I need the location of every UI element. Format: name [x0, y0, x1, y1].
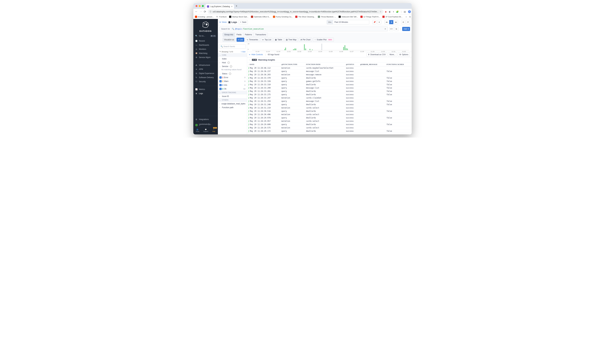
watchdog-insights[interactable]: › 🔭0 Watchdog Insights: [247, 57, 412, 63]
chart-bar[interactable]: [305, 49, 306, 50]
sidebar-item-digital-experience[interactable]: ⧉Digital Experience: [193, 71, 218, 76]
chart-bar[interactable]: [293, 49, 294, 50]
table-row[interactable]: May 29 11:26:31.219mutationcards:selects…: [247, 106, 412, 110]
goto-cmd[interactable]: 🔍 Go to... ⌘ + K: [193, 34, 218, 38]
status-info[interactable]: ✓Info0: [218, 83, 247, 87]
chart-cursor[interactable]: [321, 44, 322, 50]
code-view-button[interactable]: </>: [389, 27, 393, 31]
table-row[interactable]: May 29 11:26:33.275querydealCardssuccess…: [247, 93, 412, 96]
group-tab[interactable]: Patterns: [243, 33, 254, 37]
more-button[interactable]: More...: [388, 52, 397, 57]
add-button[interactable]: Add ▾: [402, 27, 410, 31]
bookmark-item[interactable]: Funny Greeting Ca...: [273, 16, 293, 18]
close-window-icon[interactable]: [196, 5, 197, 7]
viz-table[interactable]: ▦Table: [274, 38, 283, 42]
table-row[interactable]: May 29 11:26:31.259querymessage:listsucc…: [247, 100, 412, 103]
tabs-overview-icon[interactable]: ▤: [404, 11, 406, 13]
viz-pie-chart[interactable]: ◔Pie Chart: [299, 38, 312, 42]
chart-bar[interactable]: [344, 45, 345, 50]
viz-scatter-plot[interactable]: ⁘Scatter PlotNEW: [313, 38, 334, 42]
sidebar-item-security[interactable]: 🛡Security: [193, 79, 218, 84]
viz-top-list[interactable]: ≔Top List: [261, 38, 273, 42]
table-row[interactable]: May 29 11:26:33.299querymessage:listsucc…: [247, 86, 412, 90]
all-bookmarks[interactable]: 🗀 All Bookmarks: [409, 15, 412, 19]
bookmark-item[interactable]: The Shoe Cleaning...: [295, 16, 315, 18]
table-row[interactable]: May 29 11:26:33.247mutationcards:claimSe…: [247, 96, 412, 100]
bookmark-item[interactable]: 🗀Furniture: [216, 16, 227, 18]
table-row[interactable]: May 29 11:26:36.203mutationmessage:remov…: [247, 73, 412, 76]
table-row[interactable]: May 29 11:26:29.600querydealCardssuccess…: [247, 123, 412, 126]
bookmark-overflow[interactable]: »: [406, 16, 407, 18]
table-row[interactable]: May 29 11:26:30.516querydealCardssuccess…: [247, 110, 412, 113]
log-table-wrap[interactable]: ↓DATE@FUNCTION.TYPEFUNCTION PATH@STATUS@…: [247, 63, 412, 134]
histogram-chart[interactable]: 20 0 11:1811:1911:2011:2111:2211:2311:24…: [247, 43, 412, 52]
user-menu[interactable]: sarahshader@g... **: [193, 122, 218, 128]
query-box[interactable]: Search for 🔍 @topic:function_execution ✕: [219, 26, 388, 31]
chart-bar[interactable]: [294, 49, 295, 50]
table-row[interactable]: May 29 11:26:36.237querymessage:listsucc…: [247, 70, 412, 73]
skip-fwd-button[interactable]: ⏭: [394, 20, 398, 24]
status-ok[interactable]: ✓Ok63: [218, 87, 247, 91]
sidebar-item-dashboards[interactable]: ▭Dashboards: [193, 43, 218, 47]
checkbox-icon[interactable]: ✓: [219, 84, 222, 86]
bookmark-item[interactable]: Iridescent Silk Taff...: [338, 16, 358, 18]
table-row[interactable]: May 29 11:26:29.172querydealCardssuccess…: [247, 130, 412, 133]
sidebar-item-infrastructure[interactable]: 🖧Infrastructure: [193, 63, 218, 67]
group-tab[interactable]: Group into: [223, 33, 235, 37]
col-header[interactable]: @FUNCTION.TYPE: [280, 63, 305, 66]
table-row[interactable]: May 29 11:26:33.310querydealCardssuccess…: [247, 83, 412, 86]
bookmark-item[interactable]: investing - person...: [195, 16, 214, 18]
download-csv-button[interactable]: ⬇Download as CSV: [367, 52, 387, 57]
datadog-logo-icon[interactable]: [193, 19, 218, 30]
close-tab-icon[interactable]: ×: [231, 5, 232, 8]
views-button[interactable]: ⧉ Views: [219, 21, 227, 23]
col-header[interactable]: @ERROR_MESSAGE: [359, 63, 385, 66]
clear-query-icon[interactable]: ✕: [383, 28, 388, 30]
invite-button[interactable]: 👤+Invite: [196, 129, 200, 132]
pin-button[interactable]: 📌: [372, 20, 376, 24]
sidebar-item-integrations[interactable]: ⊞ Integrations: [193, 117, 218, 121]
chart-bar[interactable]: [285, 48, 286, 50]
refresh-button[interactable]: ⟳: [406, 20, 410, 24]
new-tab-button[interactable]: +: [234, 4, 239, 8]
star-icon[interactable]: ☆: [380, 11, 381, 13]
support-button[interactable]: 💬Support: [203, 129, 208, 132]
table-row[interactable]: May 29 11:26:31.248querydealCardssuccess…: [247, 103, 412, 106]
ext-icon[interactable]: ◐: [389, 11, 391, 13]
col-header[interactable]: FUNCTION PATH: [305, 63, 345, 66]
sidebar-item-recent[interactable]: 🕒Recent: [193, 39, 218, 43]
sidebar-item-metrics[interactable]: 📈Metrics: [193, 87, 218, 91]
back-button[interactable]: ←: [195, 10, 198, 13]
checkbox-icon[interactable]: ✓: [219, 88, 222, 90]
facet-index[interactable]: ›Index: [218, 57, 247, 61]
reload-button[interactable]: ⟳: [204, 10, 206, 13]
chart-bar[interactable]: [295, 49, 296, 50]
group-tab[interactable]: Fields: [235, 33, 243, 37]
sidebar-item-logs[interactable]: ≣Logs: [193, 91, 218, 95]
table-row[interactable]: May 29 11:26:29.978querydealCardssuccess…: [247, 116, 412, 119]
facet-search-input[interactable]: 🔍 Search facets: [219, 44, 246, 49]
chart-bar[interactable]: [343, 47, 344, 50]
status-warn[interactable]: ✓Warn0: [218, 79, 247, 83]
checkbox-icon[interactable]: ✓: [219, 76, 222, 78]
chart-bar[interactable]: [309, 49, 310, 50]
bookmark-item[interactable]: Startup Stock Opti...: [229, 16, 248, 18]
facet-usage-db[interactable]: ›usage.database_read_bytes: [218, 102, 247, 106]
sidebar-item-monitors[interactable]: ◎Monitors: [193, 47, 218, 51]
zoom-out-button[interactable]: ⊖: [401, 20, 405, 24]
facet-section-tracking[interactable]: ⌄ERROR TRACKING: [218, 91, 247, 94]
viz-list[interactable]: ≡List: [237, 38, 244, 42]
time-range-picker[interactable]: 15m Past 15 Minutes: [327, 20, 369, 24]
group-tab[interactable]: Transactions: [254, 33, 268, 37]
chart-bar[interactable]: [346, 48, 347, 50]
browser-tab[interactable]: Log Explorer | Datadog ×: [205, 4, 234, 9]
bookmark-item[interactable]: Optimistic Effect S...: [251, 16, 270, 18]
bookmark-item[interactable]: Throw Blankets -...: [318, 16, 336, 18]
ext-icon[interactable]: ▪: [393, 11, 394, 13]
site-info-icon[interactable]: ⓘ: [210, 11, 211, 13]
copy-button[interactable]: ⧉: [394, 27, 399, 31]
minimize-window-icon[interactable]: [199, 5, 201, 7]
table-row[interactable]: May 29 11:26:33.328querygames:getInfosuc…: [247, 80, 412, 83]
col-header[interactable]: ↓DATE: [247, 63, 280, 66]
col-header[interactable]: @STATUS: [345, 63, 359, 66]
